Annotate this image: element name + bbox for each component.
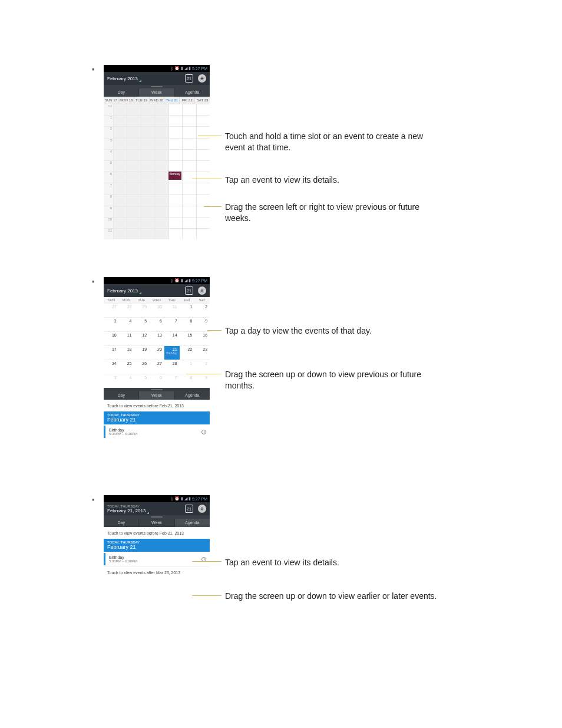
- agenda-after-link[interactable]: Touch to view events after Mar 23, 2013: [104, 566, 210, 578]
- month-day-cell[interactable]: 11: [119, 332, 134, 345]
- month-day-cell[interactable]: 20: [149, 346, 164, 360]
- time-slot[interactable]: [197, 194, 210, 205]
- time-slot[interactable]: [197, 138, 210, 149]
- time-slot[interactable]: [183, 206, 196, 217]
- month-day-cell[interactable]: 2: [194, 304, 210, 317]
- month-day-cell[interactable]: 9: [194, 318, 210, 331]
- month-day-cell[interactable]: 27: [104, 304, 119, 317]
- time-slot[interactable]: [169, 228, 182, 239]
- time-slot[interactable]: [197, 104, 210, 115]
- month-day-cell[interactable]: 28: [119, 304, 134, 317]
- time-slot[interactable]: [114, 228, 127, 239]
- time-slot[interactable]: [141, 228, 154, 239]
- time-slot[interactable]: [183, 160, 196, 172]
- time-slot[interactable]: [169, 149, 182, 160]
- month-day-cell[interactable]: 7: [164, 374, 180, 388]
- time-slot[interactable]: [169, 104, 182, 115]
- tab-day[interactable]: Day: [104, 391, 139, 400]
- time-slot[interactable]: [183, 149, 196, 160]
- time-slot[interactable]: [141, 172, 154, 183]
- month-day-cell[interactable]: 1: [180, 360, 195, 374]
- tab-day[interactable]: Day: [104, 519, 139, 527]
- tab-day[interactable]: Day: [104, 88, 139, 97]
- time-slot[interactable]: [155, 160, 168, 172]
- month-day-cell[interactable]: 25: [119, 360, 134, 374]
- time-slot[interactable]: [155, 138, 168, 149]
- tab-week[interactable]: Week: [139, 519, 174, 527]
- tab-agenda[interactable]: Agenda: [175, 391, 210, 400]
- agenda-before-link[interactable]: Touch to view events before Feb 21, 2013: [104, 400, 210, 411]
- today-icon[interactable]: 21: [185, 286, 193, 295]
- month-day-cell[interactable]: 29: [134, 304, 149, 317]
- time-slot[interactable]: [141, 115, 154, 126]
- time-slot[interactable]: [114, 217, 127, 228]
- time-slot[interactable]: [183, 183, 196, 194]
- today-icon[interactable]: 21: [185, 505, 193, 513]
- tab-week[interactable]: Week: [139, 88, 174, 97]
- time-slot[interactable]: [169, 194, 182, 205]
- time-slot[interactable]: [127, 183, 140, 194]
- month-day-cell[interactable]: 8: [180, 318, 195, 331]
- month-day-cell[interactable]: 13: [149, 332, 164, 345]
- month-day-cell[interactable]: 24: [104, 360, 119, 374]
- time-slot[interactable]: [169, 115, 182, 126]
- time-slot[interactable]: [183, 172, 196, 183]
- time-slot[interactable]: [197, 172, 210, 183]
- time-slot[interactable]: [141, 149, 154, 160]
- time-slot[interactable]: [155, 228, 168, 239]
- agenda-event[interactable]: Birthday 5:30PM – 6:30PM: [104, 426, 210, 438]
- month-day-cell[interactable]: 4: [119, 318, 134, 331]
- week-day-column[interactable]: [141, 104, 154, 239]
- add-event-icon[interactable]: +: [198, 505, 206, 513]
- time-slot[interactable]: [197, 228, 210, 239]
- month-day-cell[interactable]: 6: [149, 374, 164, 388]
- time-slot[interactable]: [169, 160, 182, 172]
- month-day-cell[interactable]: 16: [194, 332, 210, 345]
- tab-week[interactable]: Week: [139, 391, 174, 400]
- month-day-cell[interactable]: 5: [134, 374, 149, 388]
- time-slot[interactable]: [127, 217, 140, 228]
- time-slot[interactable]: [114, 138, 127, 149]
- time-slot[interactable]: [114, 104, 127, 115]
- time-slot[interactable]: [155, 149, 168, 160]
- calendar-event[interactable]: Birthday: [168, 172, 181, 180]
- time-slot[interactable]: [127, 126, 140, 137]
- time-slot[interactable]: [169, 138, 182, 149]
- time-slot[interactable]: [127, 228, 140, 239]
- tab-agenda[interactable]: Agenda: [175, 519, 210, 527]
- month-day-cell[interactable]: 28: [164, 360, 180, 374]
- month-day-cell[interactable]: 31: [164, 304, 180, 317]
- time-slot[interactable]: [114, 149, 127, 160]
- week-day-column[interactable]: [182, 104, 196, 239]
- time-slot[interactable]: [114, 194, 127, 205]
- add-event-icon[interactable]: +: [198, 286, 206, 295]
- week-day-column[interactable]: [113, 104, 127, 239]
- time-slot[interactable]: [155, 217, 168, 228]
- month-day-cell[interactable]: 3: [104, 374, 119, 388]
- month-day-cell[interactable]: 9: [194, 374, 210, 388]
- time-slot[interactable]: [141, 138, 154, 149]
- time-slot[interactable]: [197, 217, 210, 228]
- time-slot[interactable]: [169, 217, 182, 228]
- week-day-column[interactable]: [154, 104, 168, 239]
- time-slot[interactable]: [155, 126, 168, 137]
- agenda-event[interactable]: Birthday 5:30PM – 6:30PM: [104, 553, 210, 565]
- month-day-cell[interactable]: 17: [104, 346, 119, 360]
- time-slot[interactable]: [183, 228, 196, 239]
- time-slot[interactable]: [141, 206, 154, 217]
- time-slot[interactable]: [197, 206, 210, 217]
- time-slot[interactable]: [197, 149, 210, 160]
- month-day-cell[interactable]: 18: [119, 346, 134, 360]
- month-day-cell[interactable]: 4: [119, 374, 134, 388]
- time-slot[interactable]: [183, 217, 196, 228]
- time-slot[interactable]: [114, 206, 127, 217]
- time-slot[interactable]: [114, 160, 127, 172]
- time-slot[interactable]: [155, 104, 168, 115]
- month-day-cell[interactable]: 2: [194, 360, 210, 374]
- month-day-cell[interactable]: 7: [164, 318, 180, 331]
- time-slot[interactable]: [183, 126, 196, 137]
- time-slot[interactable]: [141, 217, 154, 228]
- tab-agenda[interactable]: Agenda: [175, 88, 210, 97]
- time-slot[interactable]: [183, 194, 196, 205]
- time-slot[interactable]: [127, 206, 140, 217]
